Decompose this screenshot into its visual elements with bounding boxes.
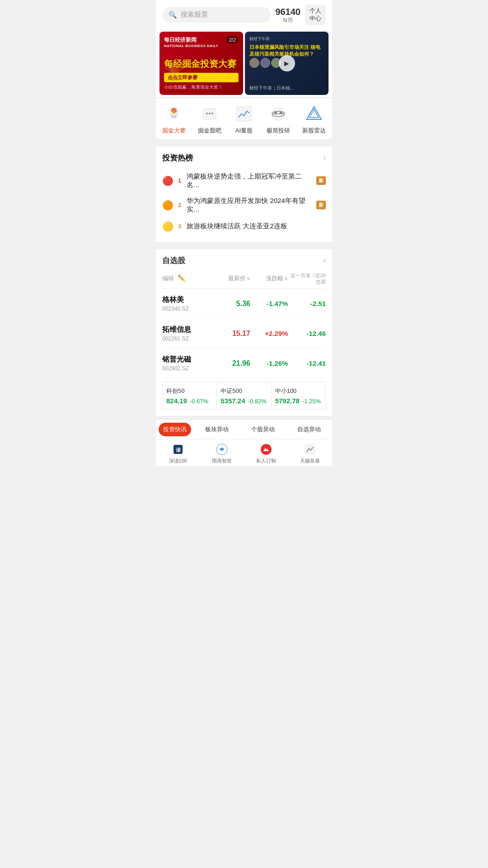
stock-name-block-2: 拓维信息 002261.SZ xyxy=(162,325,212,342)
banner-right-bottom: 财经下午茶｜日本核... xyxy=(249,85,324,91)
deep-read-icon: 读 xyxy=(172,443,184,456)
index-change-2: -0.82% xyxy=(248,398,267,405)
svg-point-7 xyxy=(209,113,211,114)
ai-stock-icon xyxy=(234,104,254,124)
deep-read-label: 深读100 xyxy=(169,458,187,464)
stock-price-1: 5.36 xyxy=(212,300,250,308)
mining-board-icon xyxy=(200,104,220,124)
stock-name-block-3: 铭普光磁 002902.SZ xyxy=(162,355,212,372)
stock-change-2: +2.29% xyxy=(250,330,288,337)
stock-price-2: 15.17 xyxy=(212,330,250,338)
bottom-nav-private-custom[interactable]: 私人订制 xyxy=(244,443,288,464)
search-bar[interactable]: 🔍 搜索股票 xyxy=(162,7,271,23)
n-coins-label: N币 xyxy=(275,17,300,24)
stock-name-1: 格林美 xyxy=(162,295,212,305)
rank-1-number: 1 xyxy=(178,177,181,184)
hot-item-2[interactable]: 🟠 2 华为鸿蒙原生应用开发加快 2024年有望实... 新 xyxy=(162,193,326,217)
rank-1-emoji: 🔴 xyxy=(162,175,174,186)
index-item-2[interactable]: 中证500 5357.24 -0.82% xyxy=(217,382,271,409)
hot-section-header: 投资热榜 › xyxy=(162,153,326,163)
index-values-2: 5357.24 -0.82% xyxy=(221,397,267,405)
index-values-3: 5792.78 -1.25% xyxy=(275,397,322,405)
index-bar: 科创50 824.19 -0.67% 中证500 5357.24 -0.82% … xyxy=(162,382,326,410)
tab-watchlist-change-label: 自选异动 xyxy=(297,425,321,434)
hot-text-2: 华为鸿蒙原生应用开发加快 2024年有望实... xyxy=(187,197,312,214)
index-price-2: 5357.24 xyxy=(221,397,245,405)
nav-label-mining-contest: 掘金大赛 xyxy=(162,127,186,135)
banner-right[interactable]: 财经下午茶 日本核泄漏风险引市场关注 核电及核污染相关板块机会如何？ ▶ 财经下… xyxy=(245,32,328,95)
nav-item-simple-research[interactable]: 极简投研 xyxy=(267,104,290,135)
private-custom-icon xyxy=(260,443,272,456)
hot-section: 投资热榜 › 🔴 1 鸿蒙板块逆势走强，上期冠军冲至第二名... 新 🟠 2 华… xyxy=(156,146,332,242)
svg-point-13 xyxy=(274,111,277,114)
watchlist-section: 自选股 › 编辑 ✏️ 最新价 ⇅ 涨跌幅 ⇅ 近一月涨（近20交易 格林美 0… xyxy=(156,249,332,416)
edit-label[interactable]: 编辑 xyxy=(162,275,174,282)
edit-icon[interactable]: ✏️ xyxy=(178,274,185,282)
tab-investment-news-label: 投资快讯 xyxy=(163,425,187,434)
bottom-nav-tianyi[interactable]: 天赐良基 xyxy=(288,443,333,464)
change-sort-icon[interactable]: ⇅ xyxy=(284,276,288,281)
stock-name-3: 铭普光磁 xyxy=(162,355,212,364)
svg-point-6 xyxy=(206,113,208,114)
hot-item-1[interactable]: 🔴 1 鸿蒙板块逆势走强，上期冠军冲至第二名... 新 xyxy=(162,169,326,193)
watchlist-title: 自选股 xyxy=(162,255,185,266)
mining-contest-icon: 💰 xyxy=(164,104,184,124)
stock-code-1: 002340.SZ xyxy=(162,306,212,312)
index-item-3[interactable]: 中小100 5792.78 -1.25% xyxy=(272,382,325,409)
price-sort-icon[interactable]: ⇅ xyxy=(247,276,250,281)
stock-code-3: 002902.SZ xyxy=(162,365,212,372)
hot-section-arrow[interactable]: › xyxy=(324,154,326,162)
tab-stock-change-label: 个股异动 xyxy=(251,425,275,434)
header-right: 96140 N币 个人 中心 xyxy=(275,5,326,25)
new-stock-radar-icon xyxy=(304,104,324,124)
nav-label-simple-research: 极简投研 xyxy=(267,127,290,135)
stock-name-block-1: 格林美 002340.SZ xyxy=(162,295,212,312)
nav-item-ai-stock[interactable]: AI量股 xyxy=(234,104,254,135)
stock-month-3: -12.41 xyxy=(288,359,326,368)
tianyi-label: 天赐良基 xyxy=(300,458,320,464)
tab-investment-news[interactable]: 投资快讯 xyxy=(159,423,191,436)
index-name-3: 中小100 xyxy=(275,387,322,395)
nav-label-mining-board: 掘金股吧 xyxy=(198,127,221,135)
stock-row-1[interactable]: 格林美 002340.SZ 5.36 -1.47% -2.51 xyxy=(162,289,326,319)
tab-sector-change-label: 板块异动 xyxy=(205,425,229,434)
banner-right-subtitle: 财经下午茶｜日本核... xyxy=(249,85,324,91)
stock-month-1: -2.51 xyxy=(288,299,326,308)
stock-row-2[interactable]: 拓维信息 002261.SZ 15.17 +2.29% -12.46 xyxy=(162,319,326,349)
bottom-nav: 读 深读100 雨燕智宣 私人订制 天 xyxy=(156,439,332,466)
banner-left-logo: 每日经济新闻 NATIONAL BUSINESS DAILY xyxy=(164,36,219,48)
col-price-header: 最新价 ⇅ xyxy=(212,274,250,283)
banner-page-badge: 2/2 xyxy=(226,36,239,43)
divider-2 xyxy=(156,242,332,245)
banner-left-subtitle: 小白也能赢，角逐现金大奖！ xyxy=(164,84,239,90)
personal-center-button[interactable]: 个人 中心 xyxy=(305,5,326,25)
stock-row-3[interactable]: 铭普光磁 002902.SZ 21.96 -1.26% -12.41 xyxy=(162,349,326,378)
tab-stock-change[interactable]: 个股异动 xyxy=(240,420,286,439)
play-button[interactable]: ▶ xyxy=(279,55,295,71)
face-1 xyxy=(249,58,259,68)
index-price-3: 5792.78 xyxy=(275,397,300,405)
index-values-1: 824.19 -0.67% xyxy=(166,397,213,405)
nav-label-new-stock-radar: 新股雷达 xyxy=(302,127,326,135)
hot-item-3[interactable]: 🟡 3 旅游板块继续活跃 大连圣亚2连板 xyxy=(162,217,326,236)
nav-item-mining-contest[interactable]: 💰 掘金大赛 xyxy=(162,104,186,135)
rank-2-emoji: 🟠 xyxy=(162,200,174,211)
trophy-decoration: 🏆 xyxy=(164,62,184,81)
nav-item-mining-board[interactable]: 掘金股吧 xyxy=(198,104,221,135)
personal-center-line1: 个人 xyxy=(310,7,321,15)
nav-item-new-stock-radar[interactable]: 新股雷达 xyxy=(302,104,326,135)
bottom-nav-yanyan[interactable]: 雨燕智宣 xyxy=(200,443,244,464)
n-coins-display[interactable]: 96140 N币 xyxy=(275,6,300,24)
svg-point-14 xyxy=(280,111,282,114)
tab-watchlist-change[interactable]: 自选异动 xyxy=(286,420,332,439)
tab-sector-change[interactable]: 板块异动 xyxy=(194,420,240,439)
stock-code-2: 002261.SZ xyxy=(162,335,212,342)
stock-price-3: 21.96 xyxy=(212,359,250,368)
header: 🔍 搜索股票 96140 N币 个人 中心 xyxy=(156,0,332,30)
watchlist-arrow[interactable]: › xyxy=(324,256,326,264)
index-item-1[interactable]: 科创50 824.19 -0.67% xyxy=(163,382,217,409)
bottom-nav-deep-read[interactable]: 读 深读100 xyxy=(156,443,200,464)
col-change-header: 涨跌幅 ⇅ xyxy=(250,274,288,283)
banner-left[interactable]: 每日经济新闻 NATIONAL BUSINESS DAILY 2/2 🏆 每经掘… xyxy=(160,32,243,95)
hot-badge-2: 新 xyxy=(316,201,326,209)
